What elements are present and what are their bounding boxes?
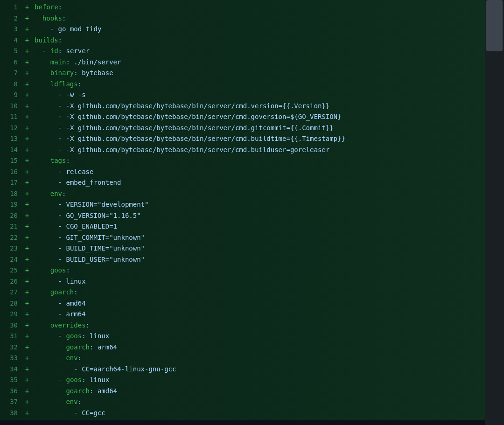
diff-marker-added: + [22,243,32,254]
line-number: 33 [2,353,18,364]
line-number: 20 [2,210,18,222]
code-line[interactable]: - GO_VERSION="1.16.5" [35,210,485,222]
code-token: - [58,113,62,120]
code-line[interactable]: goarch: arm64 [35,342,485,353]
line-number: 4 [2,35,18,46]
line-number: 37 [2,397,18,408]
code-token: - [58,124,62,132]
code-token: CGO_ENABLED=1 [66,223,117,230]
code-token [46,47,50,55]
code-line[interactable]: ldflags: [35,79,485,90]
code-token [35,212,58,219]
line-number: 30 [2,320,18,331]
code-line[interactable]: - -X github.com/bytebase/bytebase/bin/se… [35,111,485,123]
code-token: - [58,300,62,307]
line-number: 34 [2,364,18,375]
code-token: : [66,157,70,164]
code-line[interactable]: - goos: linux [35,375,485,386]
code-line[interactable]: - amd64 [35,298,485,309]
vertical-scrollbar-thumb[interactable] [486,0,503,51]
code-token: - [58,91,62,98]
code-line[interactable]: - -X github.com/bytebase/bytebase/bin/se… [35,123,485,134]
code-token: - [58,278,62,285]
code-token: goarch [66,387,90,395]
code-line[interactable]: - -X github.com/bytebase/bytebase/bin/se… [35,145,485,156]
code-line[interactable]: - goos: linux [35,331,485,342]
code-token: -X github.com/bytebase/bytebase/bin/serv… [66,124,333,132]
code-line[interactable]: - CGO_ENABLED=1 [35,221,485,232]
line-number: 27 [2,287,18,298]
code-line[interactable]: binary: bytebase [35,68,485,79]
code-line[interactable]: - VERSION="development" [35,199,485,210]
code-token: : [62,14,66,22]
code-token: - [58,332,62,340]
code-token: - [58,212,62,219]
diff-marker-added: + [22,123,32,134]
code-line[interactable]: - CC=aarch64-linux-gnu-gcc [35,364,485,375]
code-token [35,288,50,296]
code-line[interactable]: builds: [35,35,485,46]
code-token: - [74,365,77,373]
code-token: : [66,266,70,274]
code-line[interactable]: env: [35,397,485,408]
code-line[interactable]: - BUILD_TIME="unknown" [35,243,485,254]
diff-marker-added: + [22,35,32,46]
line-number: 36 [2,386,18,397]
vertical-scrollbar-track[interactable] [485,0,504,420]
code-token: - [58,179,62,186]
diff-marker-added: + [22,188,32,200]
code-line[interactable]: - CC=gcc [35,408,485,419]
code-line[interactable]: env: [35,188,485,200]
code-token [35,398,66,405]
diff-marker-added: + [22,46,32,57]
code-line[interactable]: main: ./bin/server [35,57,485,68]
diff-marker-added: + [22,167,32,178]
line-number: 35 [2,375,18,386]
code-token: - [50,25,54,33]
code-line[interactable]: - linux [35,276,485,287]
diff-marker-added: + [22,145,32,156]
diff-marker-added: + [22,210,32,222]
code-line[interactable]: goarch: [35,287,485,298]
diff-marker-added: + [22,276,32,287]
code-token: : [62,190,66,197]
diff-marker-added: + [22,68,32,79]
code-line[interactable]: - id: server [35,46,485,57]
code-line[interactable]: - BUILD_USER="unknown" [35,254,485,265]
diff-marker-added: + [22,155,32,167]
code-token [35,47,42,55]
code-line[interactable]: - embed_frontend [35,177,485,188]
code-line[interactable]: goos: [35,265,485,276]
line-number: 2 [2,13,18,24]
code-line[interactable]: goarch: amd64 [35,386,485,397]
code-line[interactable]: tags: [35,155,485,167]
code-line[interactable]: - go mod tidy [35,24,485,35]
code-line[interactable]: hooks: [35,13,485,24]
code-token [35,146,58,153]
code-token: goos [66,376,82,383]
code-token: linux [90,376,109,383]
code-line[interactable]: - -X github.com/bytebase/bytebase/bin/se… [35,101,485,112]
code-token [35,244,58,252]
code-line[interactable]: overrides: [35,320,485,331]
line-number: 8 [2,79,18,90]
diff-marker-added: + [22,13,32,24]
code-line[interactable]: - -X github.com/bytebase/bytebase/bin/se… [35,133,485,145]
code-token: BUILD_USER="unknown" [66,256,145,263]
code-token [78,365,82,373]
code-content[interactable]: before: hooks: - go mod tidybuilds: - id… [32,0,485,420]
code-line[interactable]: - release [35,167,485,178]
line-number: 32 [2,342,18,353]
code-token [35,278,58,285]
diff-marker-added: + [22,353,32,364]
code-line[interactable]: - arm64 [35,309,485,320]
code-token: goarch [50,288,74,296]
code-line[interactable]: before: [35,2,485,13]
code-line[interactable]: env: [35,353,485,364]
code-token: GO_VERSION="1.16.5" [66,212,140,219]
code-token: : [86,321,90,329]
code-line[interactable]: - -w -s [35,90,485,101]
code-token: VERSION="development" [66,201,148,208]
code-line[interactable]: - GIT_COMMIT="unknown" [35,232,485,244]
line-number: 18 [2,188,18,200]
